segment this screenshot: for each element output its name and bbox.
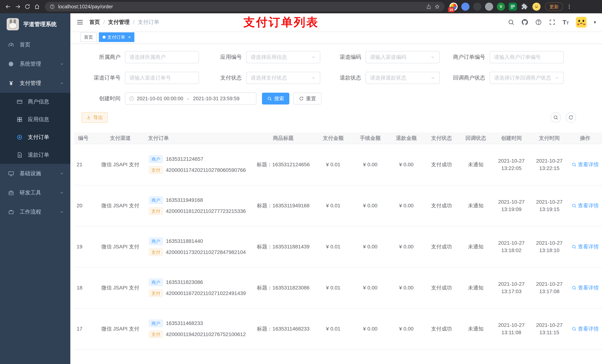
tab-home[interactable]: 首页 bbox=[80, 32, 97, 42]
table-row: 18微信 JSAPI 支付商户1635311823086支付4200001167… bbox=[74, 268, 602, 309]
chevron-down-icon bbox=[60, 210, 64, 214]
channel-order-no-input[interactable] bbox=[129, 75, 194, 81]
column-header: 手续金额 bbox=[352, 135, 389, 142]
extension-icon-green-v[interactable]: V bbox=[497, 3, 505, 11]
fullscreen-icon[interactable] bbox=[549, 19, 556, 26]
chrome-update-button[interactable]: 更新 bbox=[545, 2, 563, 11]
extension-icon-wheel[interactable]: 10 bbox=[450, 3, 458, 11]
address-bar[interactable]: localhost:1024/pay/order bbox=[45, 2, 445, 11]
view-detail-link[interactable]: 查看详情 bbox=[568, 243, 602, 250]
sidebar-item-dev-tools[interactable]: 研发工具 bbox=[0, 183, 70, 202]
share-icon[interactable] bbox=[426, 4, 431, 9]
chevron-down-icon bbox=[554, 75, 559, 80]
merchant-order-no-field[interactable] bbox=[490, 51, 564, 63]
extensions-puzzle-icon[interactable] bbox=[521, 3, 529, 11]
font-size-icon[interactable]: TT bbox=[563, 19, 569, 26]
chevron-down-icon bbox=[311, 75, 316, 80]
table-header: 编号支付渠道支付订单商品标题支付金额手续金额退款金额支付状态回调状态创建时间支付… bbox=[74, 132, 602, 144]
pay-status: 支付成功 bbox=[424, 243, 459, 250]
orders-table: 编号支付渠道支付订单商品标题支付金额手续金额退款金额支付状态回调状态创建时间支付… bbox=[74, 132, 602, 364]
merchant-order-no: 1635312124657 bbox=[166, 156, 203, 162]
create-time: 2021-10-2713:22:05 bbox=[492, 157, 530, 172]
search-icon[interactable] bbox=[508, 19, 515, 26]
reload-button[interactable] bbox=[22, 2, 32, 11]
table-row: 17微信 JSAPI 支付商户1635311468233支付4200001194… bbox=[74, 309, 602, 350]
notify-status-input[interactable] bbox=[494, 75, 553, 81]
column-header: 创建时间 bbox=[492, 135, 530, 142]
extension-icon-gray[interactable] bbox=[485, 3, 493, 11]
refund-amount: ¥ 0.00 bbox=[389, 326, 424, 332]
sidebar-item-app-info[interactable]: 应用信息 bbox=[0, 111, 70, 128]
browser-menu-icon[interactable] bbox=[567, 4, 572, 10]
app-title: 芋道管理系统 bbox=[23, 21, 57, 28]
channel-transaction-no: 4200001181202110277723215336 bbox=[166, 208, 246, 214]
channel-order-no-field[interactable] bbox=[125, 72, 199, 84]
reset-button[interactable]: 重置 bbox=[293, 93, 322, 104]
tab-pay-order[interactable]: 支付订单 × bbox=[99, 32, 134, 42]
sidebar-item-system[interactable]: 系统管理 bbox=[0, 54, 70, 74]
column-header: 回调状态 bbox=[459, 135, 492, 142]
channel-code-select[interactable] bbox=[366, 51, 440, 63]
channel-code-input[interactable] bbox=[370, 54, 429, 60]
view-detail-link[interactable]: 查看详情 bbox=[568, 161, 602, 168]
merchant-tag: 商户 bbox=[149, 197, 163, 204]
sidebar-item-workflow[interactable]: 工作流程 bbox=[0, 202, 70, 222]
merchant-select[interactable] bbox=[125, 51, 199, 63]
avatar[interactable] bbox=[576, 17, 587, 28]
close-icon[interactable]: × bbox=[128, 35, 131, 40]
product-title: 标题：1635312124656 bbox=[252, 161, 315, 168]
extension-icon-emoji[interactable] bbox=[532, 3, 540, 11]
merchant-input[interactable] bbox=[129, 54, 194, 60]
breadcrumb-home[interactable]: 首页 bbox=[89, 19, 100, 26]
pay-tag: 支付 bbox=[149, 248, 163, 256]
site-info-icon[interactable] bbox=[50, 4, 55, 9]
credit-card-icon bbox=[16, 98, 23, 105]
sidebar-item-infra[interactable]: 基础设施 bbox=[0, 164, 70, 183]
date-start: 2021-10-01 00:00:00 bbox=[137, 96, 183, 102]
breadcrumb: 首页 / 支付管理 / 支付订单 bbox=[89, 19, 159, 26]
breadcrumb-payment[interactable]: 支付管理 bbox=[108, 19, 129, 26]
app-id-input[interactable] bbox=[251, 54, 309, 60]
extension-icon-green-chat[interactable] bbox=[509, 3, 517, 11]
extension-icon-dark[interactable] bbox=[473, 3, 481, 11]
sidebar-item-merchant-info[interactable]: 商户信息 bbox=[0, 93, 70, 111]
refresh-table-button[interactable] bbox=[566, 112, 576, 123]
filter-channel-order-no: 渠道订单号 bbox=[74, 72, 199, 84]
pay-status-select[interactable] bbox=[246, 72, 320, 84]
pay-channel: 微信 JSAPI 支付 bbox=[93, 243, 148, 250]
pay-time: 2021-10-2713:17:08 bbox=[530, 281, 568, 295]
view-detail-link[interactable]: 查看详情 bbox=[568, 202, 602, 209]
view-detail-link[interactable]: 查看详情 bbox=[568, 284, 602, 291]
notify-status-select[interactable] bbox=[490, 72, 564, 84]
sidebar-menu: 首页 系统管理 ¥ 支付管理 bbox=[0, 35, 70, 222]
app-id-select[interactable] bbox=[246, 51, 320, 63]
create-time: 2021-10-2713:11:08 bbox=[492, 322, 530, 336]
bookmark-star-icon[interactable] bbox=[435, 4, 440, 9]
avatar-caret-icon[interactable]: ▾ bbox=[594, 20, 596, 25]
github-icon[interactable] bbox=[521, 19, 528, 26]
sidebar-item-pay-order[interactable]: 支付订单 bbox=[0, 128, 70, 146]
home-button[interactable] bbox=[32, 2, 42, 11]
hamburger-icon[interactable] bbox=[76, 19, 84, 26]
refund-status-input[interactable] bbox=[370, 75, 429, 81]
pay-order-cell: 商户1635311949168支付42000011812021102777232… bbox=[148, 197, 252, 215]
forward-button[interactable] bbox=[13, 2, 22, 11]
view-detail-link[interactable]: 查看详情 bbox=[568, 325, 602, 332]
search-button[interactable]: 搜索 bbox=[262, 93, 289, 104]
extension-icon-blue[interactable] bbox=[461, 3, 469, 11]
toggle-search-button[interactable] bbox=[550, 112, 561, 123]
help-icon[interactable] bbox=[535, 19, 542, 26]
pay-time: 2021-10-2713:22:15 bbox=[530, 157, 568, 172]
back-button[interactable] bbox=[3, 2, 13, 11]
clock-icon bbox=[129, 96, 134, 101]
sidebar-item-payment[interactable]: ¥ 支付管理 bbox=[0, 74, 70, 93]
merchant-order-no-input[interactable] bbox=[494, 54, 559, 60]
url-text[interactable]: localhost:1024/pay/order bbox=[58, 4, 113, 10]
create-time-range-picker[interactable]: 2021-10-01 00:00:00 - 2021-10-31 23:59:5… bbox=[125, 93, 256, 105]
sidebar-item-refund-order[interactable]: 退款订单 bbox=[0, 146, 70, 164]
export-button[interactable]: 导出 bbox=[81, 112, 108, 123]
table-row: 20微信 JSAPI 支付商户1635311949168支付4200001181… bbox=[74, 185, 602, 226]
refund-status-select[interactable] bbox=[366, 72, 440, 84]
sidebar-item-home[interactable]: 首页 bbox=[0, 35, 70, 54]
pay-status-input[interactable] bbox=[251, 75, 309, 81]
